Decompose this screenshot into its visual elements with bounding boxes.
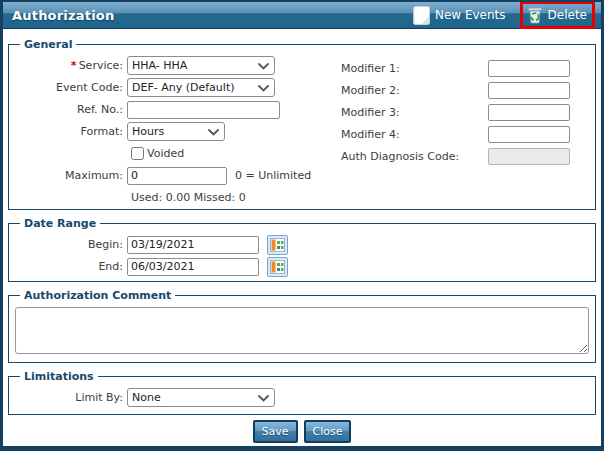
general-right-column: Modifier 1: Modifier 2: Modifier 3: Modi… [341,60,570,170]
begin-label: Begin: [15,238,127,251]
date-range-section: Date Range Begin: [8,217,596,282]
begin-calendar-button[interactable] [267,235,288,255]
maximum-label: Maximum: [15,169,127,182]
modifier4-row: Modifier 4: [341,126,570,143]
ref-no-input[interactable] [127,101,280,119]
date-range-legend: Date Range [20,217,100,230]
service-select[interactable]: HHA- HHA [127,56,275,75]
event-code-select[interactable]: DEF- Any (Default) [127,78,275,97]
ref-no-label: Ref. No.: [15,103,127,116]
voided-checkbox[interactable] [131,147,144,160]
modifier1-input[interactable] [488,60,570,77]
end-date-input[interactable] [127,258,259,276]
titlebar: Authorization New Events Delete [3,2,601,29]
begin-date-input[interactable] [127,236,259,254]
limitations-legend: Limitations [20,370,98,383]
authorization-window: Authorization New Events Delete [0,0,604,451]
format-select[interactable]: Hours [127,122,225,141]
modifier3-row: Modifier 3: [341,104,570,121]
limit-by-select[interactable]: None [127,388,275,407]
delete-button[interactable]: Delete [527,6,587,24]
auth-diagnosis-row: Auth Diagnosis Code: [341,148,570,165]
footer-actions: Save Close [8,420,596,443]
end-row: End: [15,257,589,276]
limit-by-row: Limit By: None [15,388,589,407]
modifier3-label: Modifier 3: [341,106,488,119]
modifier3-input[interactable] [488,104,570,121]
limitations-section: Limitations Limit By: None [8,370,596,415]
end-calendar-button[interactable] [267,257,288,277]
new-events-label: New Events [435,8,506,22]
close-button[interactable]: Close [304,420,352,443]
authorization-comment-section: Authorization Comment [8,289,596,363]
modifier4-label: Modifier 4: [341,128,488,141]
end-label: End: [15,260,127,273]
limit-by-label: Limit By: [15,391,127,404]
new-events-icon [413,6,430,25]
general-legend: General [20,38,76,51]
delete-label: Delete [548,8,587,22]
save-button[interactable]: Save [253,420,298,443]
new-events-button[interactable]: New Events [413,6,506,25]
auth-diagnosis-label: Auth Diagnosis Code: [341,150,488,163]
required-asterisk: * [71,59,77,72]
authorization-comment-textarea[interactable] [15,307,589,354]
recycle-bin-icon [527,6,543,24]
authorization-comment-legend: Authorization Comment [20,289,175,302]
auth-diagnosis-input [488,148,570,165]
event-code-label: Event Code: [15,81,127,94]
window-title: Authorization [12,8,114,23]
general-section: General *Service: HHA- HHA Event Code: D… [8,38,596,210]
maximum-input[interactable] [127,167,227,185]
usage-text: Used: 0.00 Missed: 0 [131,191,589,204]
begin-row: Begin: [15,235,589,254]
modifier1-row: Modifier 1: [341,60,570,77]
voided-label: Voided [147,147,184,160]
format-label: Format: [15,125,127,138]
modifier2-row: Modifier 2: [341,82,570,99]
calendar-icon [270,238,285,252]
modifier2-label: Modifier 2: [341,84,488,97]
modifier1-label: Modifier 1: [341,62,488,75]
delete-highlight-annotation: Delete [520,1,595,29]
maximum-hint: 0 = Unlimited [235,169,311,182]
form-content: General *Service: HHA- HHA Event Code: D… [3,29,601,443]
service-label: *Service: [15,59,127,72]
modifier2-input[interactable] [488,82,570,99]
calendar-icon [270,260,285,274]
modifier4-input[interactable] [488,126,570,143]
